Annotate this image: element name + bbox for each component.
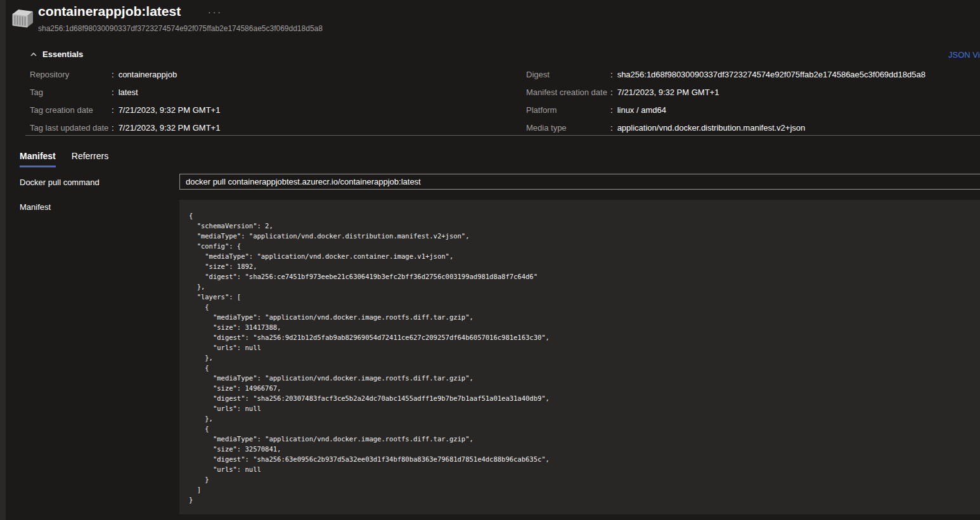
essentials-row-media-type: Media type:application/vnd.docker.distri…: [526, 119, 925, 137]
essentials-row-repository: Repository:containerappjob: [30, 66, 220, 84]
container-image-icon: [11, 7, 35, 30]
essentials-toggle[interactable]: Essentials: [29, 49, 83, 59]
essentials-divider: [25, 135, 980, 136]
blade-edge-strip: [0, 0, 6, 520]
docker-pull-command-input[interactable]: [179, 174, 980, 190]
essentials-row-tag: Tag:latest: [30, 84, 220, 101]
essentials-row-manifest-creation-date: Manifest creation date:7/21/2023, 9:32 P…: [526, 84, 925, 101]
page-title: containerappjob:latest: [38, 4, 181, 19]
essentials-left-column: Repository:containerappjob Tag:latest Ta…: [30, 66, 220, 137]
essentials-row-tag-last-updated-date: Tag last updated date:7/21/2023, 9:32 PM…: [30, 119, 220, 137]
essentials-right-column: Digest:sha256:1d68f98030090337df37232745…: [526, 66, 925, 137]
manifest-json-text: { "schemaVersion": 2, "mediaType": "appl…: [179, 200, 980, 511]
json-view-link[interactable]: JSON View: [948, 50, 980, 60]
tab-bar: Manifest Referrers: [20, 150, 124, 166]
tab-referrers[interactable]: Referrers: [72, 150, 108, 166]
chevron-up-icon: [29, 50, 38, 59]
essentials-row-digest: Digest:sha256:1d68f98030090337df37232745…: [526, 66, 925, 84]
more-options-button[interactable]: ···: [208, 7, 222, 17]
manifest-label: Manifest: [20, 202, 51, 212]
essentials-heading: Essentials: [42, 49, 83, 59]
docker-pull-command-label: Docker pull command: [20, 178, 100, 187]
essentials-row-platform: Platform:linux / amd64: [526, 101, 925, 119]
tab-manifest[interactable]: Manifest: [20, 150, 56, 166]
page-subtitle-digest: sha256:1d68f98030090337df3723274574e92f0…: [38, 24, 323, 33]
essentials-row-tag-creation-date: Tag creation date:7/21/2023, 9:32 PM GMT…: [30, 101, 220, 119]
manifest-json-viewer[interactable]: { "schemaVersion": 2, "mediaType": "appl…: [179, 200, 980, 514]
